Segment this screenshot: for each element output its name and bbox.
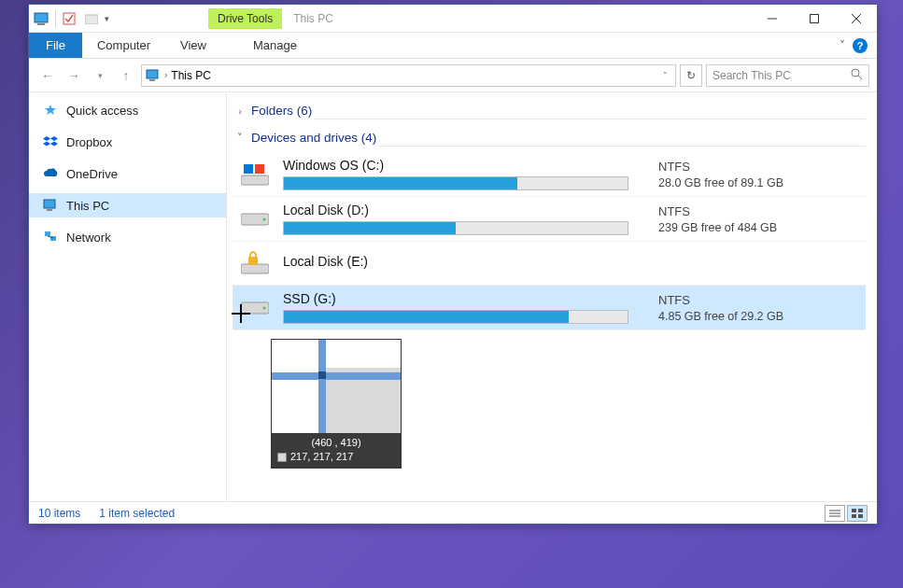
drive-name: Local Disk (E:) (283, 254, 628, 269)
qat-dropdown-icon[interactable]: ▾ (105, 14, 109, 23)
drive-free-space: 28.0 GB free of 89.1 GB (658, 176, 783, 189)
svg-rect-0 (35, 13, 48, 22)
sidebar-item-label: OneDrive (66, 167, 118, 181)
breadcrumb[interactable]: › This PC ˅ (141, 64, 676, 87)
tab-view[interactable]: View (165, 33, 221, 58)
network-icon (42, 230, 59, 245)
svg-rect-23 (248, 257, 258, 265)
svg-rect-9 (149, 79, 155, 81)
chevron-down-icon: ˅ (234, 132, 246, 144)
svg-rect-17 (241, 175, 269, 185)
system-icon (33, 11, 51, 26)
search-placeholder: Search This PC (713, 69, 791, 82)
breadcrumb-label: This PC (171, 69, 211, 82)
sidebar-item-dropbox[interactable]: Dropbox (29, 130, 226, 154)
svg-line-11 (858, 76, 862, 79)
refresh-button[interactable]: ↻ (680, 64, 702, 87)
maximize-button[interactable] (793, 5, 835, 33)
dropbox-icon (42, 134, 59, 149)
usage-bar (283, 221, 628, 235)
breadcrumb-dropdown-icon[interactable]: ˅ (663, 71, 668, 80)
section-folders[interactable]: › Folders (6) (233, 100, 314, 121)
tab-manage[interactable]: Manage (238, 33, 312, 58)
drive-filesystem: NTFS (658, 204, 777, 218)
svg-rect-19 (255, 164, 264, 174)
tab-computer[interactable]: Computer (82, 33, 165, 58)
svg-rect-1 (37, 23, 45, 25)
svg-rect-15 (50, 236, 56, 241)
back-button[interactable]: ← (36, 64, 59, 87)
properties-icon[interactable] (60, 11, 78, 26)
status-bar: 10 items 1 item selected (29, 501, 877, 524)
ribbon-expand-icon[interactable]: ˅ (840, 39, 845, 52)
tiles-view-button[interactable] (847, 505, 868, 522)
section-label: Folders (6) (251, 104, 312, 118)
sidebar-item-label: Quick access (66, 104, 138, 118)
svg-rect-29 (852, 509, 856, 512)
minimize-button[interactable] (751, 5, 793, 33)
drive-tools-contextual-tab[interactable]: Drive Tools (208, 8, 282, 29)
quick-access-toolbar: ▾ (29, 5, 113, 32)
ribbon-tabs: File Computer View Manage ˅ ? (29, 33, 877, 59)
section-label: Devices and drives (4) (251, 131, 376, 145)
close-button[interactable] (835, 5, 877, 33)
drive-item[interactable]: Windows OS (C:) NTFS 28.0 GB free of 89.… (233, 152, 866, 197)
drive-free-space: 4.85 GB free of 29.2 GB (658, 310, 783, 323)
details-view-button[interactable] (825, 505, 845, 522)
usage-bar (283, 310, 628, 324)
window-title: This PC (293, 12, 751, 25)
drive-item[interactable]: Local Disk (D:) NTFS 239 GB free of 484 … (233, 197, 866, 242)
sidebar-item-network[interactable]: Network (29, 225, 226, 249)
drive-item[interactable]: SSD (G:) NTFS 4.85 GB free of 29.2 GB (233, 286, 866, 330)
drive-item[interactable]: Local Disk (E:) (233, 242, 866, 286)
search-input[interactable]: Search This PC (706, 64, 869, 87)
sidebar-item-this-pc[interactable]: This PC (29, 193, 226, 217)
svg-point-10 (852, 69, 859, 77)
svg-rect-8 (147, 70, 158, 78)
svg-rect-12 (44, 200, 55, 208)
drive-name: Windows OS (C:) (283, 158, 628, 173)
chevron-right-icon: › (164, 70, 167, 80)
svg-rect-30 (858, 509, 863, 512)
onedrive-icon (42, 166, 59, 181)
drive-name: Local Disk (D:) (283, 203, 628, 217)
navigation-pane: Quick access Dropbox OneDrive This PC Ne… (29, 92, 227, 501)
svg-rect-32 (858, 514, 863, 518)
sidebar-item-label: Network (66, 231, 111, 245)
help-icon[interactable]: ? (853, 38, 868, 53)
usage-bar (283, 176, 628, 190)
svg-rect-18 (244, 164, 253, 174)
recent-dropdown-icon[interactable]: ▾ (89, 64, 111, 87)
svg-rect-2 (63, 13, 75, 24)
svg-point-25 (263, 306, 266, 309)
svg-point-21 (263, 217, 266, 220)
explorer-window: ▾ Drive Tools This PC File Computer View… (28, 4, 878, 525)
drive-name: SSD (G:) (283, 291, 628, 306)
sidebar-item-quick-access[interactable]: Quick access (29, 98, 226, 122)
search-icon (851, 68, 863, 83)
section-drives[interactable]: ˅ Devices and drives (4) (233, 127, 378, 148)
forward-button[interactable]: → (63, 64, 85, 87)
pc-icon (42, 198, 59, 213)
star-icon (42, 103, 59, 118)
up-button[interactable]: ↑ (115, 64, 137, 87)
svg-rect-13 (47, 209, 52, 211)
locked-hdd-icon (238, 247, 272, 279)
file-tab[interactable]: File (29, 33, 82, 58)
svg-rect-22 (241, 264, 269, 273)
sidebar-item-onedrive[interactable]: OneDrive (29, 161, 226, 186)
drive-free-space: 239 GB free of 484 GB (658, 221, 777, 234)
sidebar-item-label: Dropbox (66, 135, 112, 149)
sidebar-item-label: This PC (66, 199, 109, 213)
status-item-count: 10 items (38, 507, 80, 520)
svg-rect-31 (852, 514, 856, 518)
titlebar: ▾ Drive Tools This PC (29, 5, 877, 33)
drive-list: Windows OS (C:) NTFS 28.0 GB free of 89.… (233, 152, 866, 330)
new-folder-icon[interactable] (82, 11, 101, 26)
navigation-bar: ← → ▾ ↑ › This PC ˅ ↻ Search This PC (29, 59, 877, 92)
status-selected-count: 1 item selected (99, 507, 175, 520)
drive-filesystem: NTFS (658, 160, 783, 174)
svg-rect-3 (85, 15, 98, 24)
hdd-icon (238, 292, 272, 324)
os-drive-icon (238, 159, 272, 190)
